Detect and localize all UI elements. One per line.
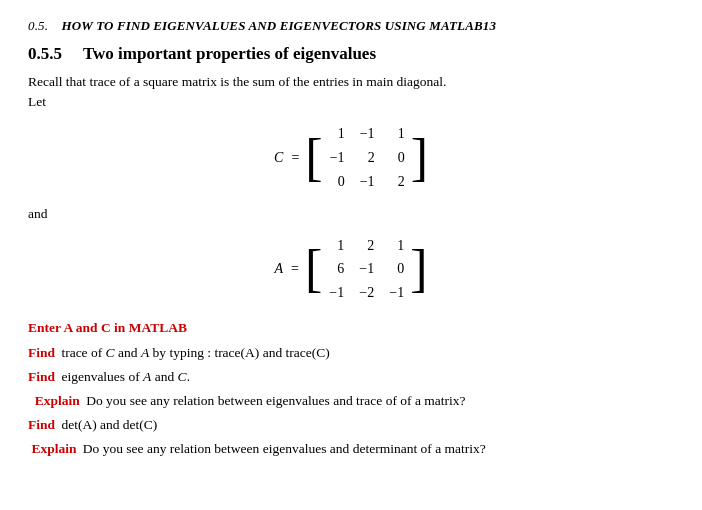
bracket-right-c: ]	[411, 132, 428, 184]
section-number: 0.5.5	[28, 44, 62, 63]
header-title: HOW TO FIND EIGENVALUES AND EIGENVECTORS…	[62, 18, 496, 33]
matrix-c-block: C = [ 1 −1 1 −1 2 0 0 −1 2 ]	[28, 120, 674, 195]
intro-line1: Recall that trace of a square matrix is …	[28, 72, 674, 92]
and-text: and	[28, 206, 674, 222]
matrix-a-label: A	[274, 261, 283, 277]
bracket-left-c: [	[305, 132, 322, 184]
section-title: 0.5.5 Two important properties of eigenv…	[28, 44, 674, 64]
enter-line: Enter A and C in MATLAB	[28, 317, 674, 340]
matrix-c-brackets: [ 1 −1 1 −1 2 0 0 −1 2 ]	[305, 120, 428, 195]
section-heading: Two important properties of eigenvalues	[83, 44, 376, 63]
matrix-a-brackets: [ 1 2 1 6 −1 0 −1 −2 −1 ]	[305, 232, 428, 307]
find1-keyword: Find	[28, 342, 55, 365]
matrix-c-label: C	[274, 150, 283, 166]
explain1-line: Explain Do you see any relation between …	[28, 390, 674, 413]
matrix-a-equals: =	[291, 261, 299, 277]
header-section: 0.5.	[28, 18, 48, 33]
instruction-block: Enter A and C in MATLAB Find trace of C …	[28, 317, 674, 461]
page-header: 0.5. HOW TO FIND EIGENVALUES AND EIGENVE…	[28, 18, 674, 34]
matrix-c-grid: 1 −1 1 −1 2 0 0 −1 2	[323, 120, 411, 195]
explain2-line: Explain Do you see any relation between …	[28, 438, 674, 461]
find2-keyword: Find	[28, 366, 55, 389]
find-eigenvalues-line: Find eigenvalues of A and C.	[28, 366, 674, 389]
explain2-keyword: Explain	[31, 438, 76, 461]
find-det-line: Find det(A) and det(C)	[28, 414, 674, 437]
explain1-keyword: Explain	[35, 390, 80, 413]
find3-keyword: Find	[28, 414, 55, 437]
find-trace-line: Find trace of C and A by typing : trace(…	[28, 342, 674, 365]
bracket-right-a: ]	[410, 243, 427, 295]
bracket-left-a: [	[305, 243, 322, 295]
matrix-c-equals: =	[291, 150, 299, 166]
intro-line2: Let	[28, 94, 674, 110]
matrix-a-block: A = [ 1 2 1 6 −1 0 −1 −2 −1 ]	[28, 232, 674, 307]
matrix-a-grid: 1 2 1 6 −1 0 −1 −2 −1	[322, 232, 410, 307]
